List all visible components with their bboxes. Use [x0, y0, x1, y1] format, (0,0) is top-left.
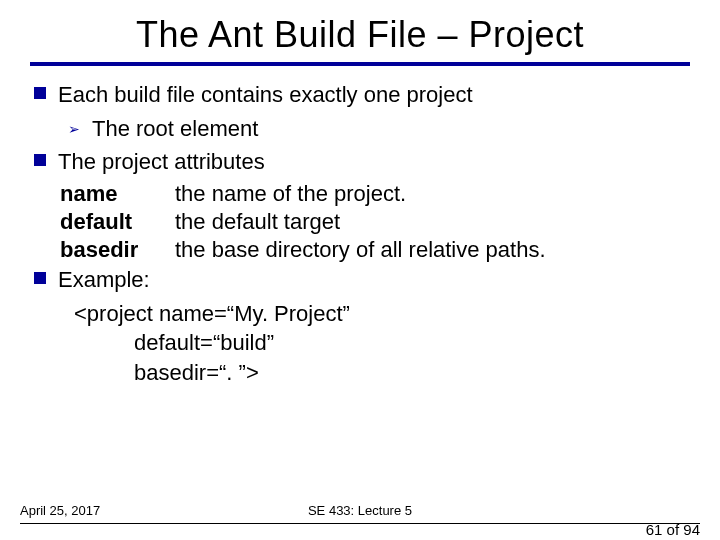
attribute-row: default the default target — [34, 209, 690, 235]
attribute-name: default — [60, 209, 175, 235]
attribute-name: basedir — [60, 237, 175, 263]
page-total: 94 — [683, 521, 700, 538]
bullet-text: The project attributes — [58, 147, 265, 177]
bullet-item: Each build file contains exactly one pro… — [34, 80, 690, 110]
footer-page: 61 of 94 — [646, 521, 700, 538]
sub-bullet-item: ➢ The root element — [34, 114, 690, 144]
attribute-row: name the name of the project. — [34, 181, 690, 207]
attribute-desc: the name of the project. — [175, 181, 406, 207]
square-bullet-icon — [34, 154, 46, 166]
bullet-text: Each build file contains exactly one pro… — [58, 80, 473, 110]
page-sep: of — [662, 521, 683, 538]
attribute-row: basedir the base directory of all relati… — [34, 237, 690, 263]
bullet-item: The project attributes — [34, 147, 690, 177]
slide: The Ant Build File – Project Each build … — [0, 0, 720, 540]
example-line: default=“build” — [34, 328, 690, 358]
example-line: <project name=“My. Project” — [34, 299, 690, 329]
attribute-desc: the default target — [175, 209, 340, 235]
sub-bullet-text: The root element — [92, 114, 258, 144]
square-bullet-icon — [34, 272, 46, 284]
title-rule — [30, 62, 690, 66]
footer-course: SE 433: Lecture 5 — [0, 503, 720, 518]
slide-body: Each build file contains exactly one pro… — [30, 80, 690, 388]
bullet-item: Example: — [34, 265, 690, 295]
attribute-desc: the base directory of all relative paths… — [175, 237, 546, 263]
slide-title: The Ant Build File – Project — [30, 14, 690, 56]
arrow-bullet-icon: ➢ — [68, 121, 82, 137]
footer-rule — [20, 523, 700, 524]
attribute-name: name — [60, 181, 175, 207]
square-bullet-icon — [34, 87, 46, 99]
example-line: basedir=“. ”> — [34, 358, 690, 388]
page-current: 61 — [646, 521, 663, 538]
bullet-text: Example: — [58, 265, 150, 295]
